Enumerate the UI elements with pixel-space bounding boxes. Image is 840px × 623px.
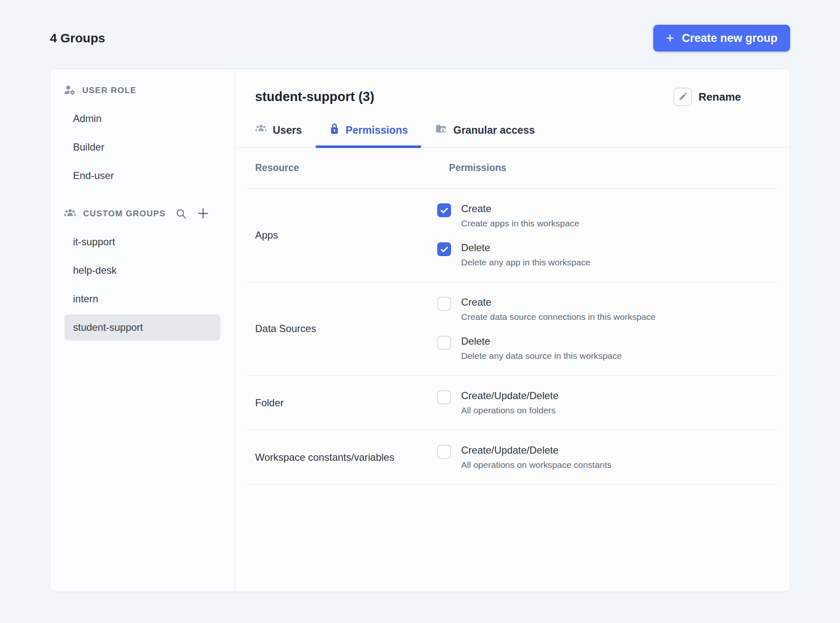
search-icon[interactable] (175, 208, 187, 219)
datasources-delete-checkbox[interactable] (437, 336, 451, 350)
custom-groups-label: CUSTOM GROUPS (83, 209, 166, 218)
table-empty-space (246, 485, 779, 592)
sidebar-item-end-user[interactable]: End-user (50, 161, 235, 190)
permissions-table: Resource Permissions Apps Create C (246, 148, 779, 592)
resource-label: Folder (246, 387, 429, 418)
create-new-group-button[interactable]: + Create new group (653, 25, 790, 52)
group-tabs: Users Permissions (235, 120, 790, 148)
group-detail-panel: student-support (3) Rename (235, 69, 790, 592)
permission-datasources-create: Create Create data source connections in… (437, 296, 655, 322)
groups-sidebar: USER ROLE Admin Builder End-user CUSTOM … (50, 69, 235, 592)
table-row-apps: Apps Create Create apps in this workspac… (246, 189, 779, 282)
column-header-resource: Resource (246, 162, 429, 174)
tab-permissions-label: Permissions (346, 124, 408, 136)
tab-permissions[interactable]: Permissions (316, 120, 422, 147)
tab-granular-access-label: Granular access (453, 124, 535, 136)
page-header: 4 Groups + Create new group (50, 24, 790, 52)
permission-label: Delete (461, 242, 590, 254)
table-row-data-sources: Data Sources Create Create data source c… (246, 282, 779, 376)
rename-button[interactable]: Rename (673, 88, 741, 106)
custom-groups-actions (175, 207, 209, 220)
group-title: student-support (3) (255, 89, 374, 104)
group-detail-header: student-support (3) Rename (235, 69, 790, 106)
permission-folder-cud: Create/Update/Delete All operations on f… (437, 390, 558, 415)
apps-create-checkbox[interactable] (437, 203, 451, 217)
permissions-table-header: Resource Permissions (246, 148, 779, 189)
create-new-group-label: Create new group (682, 32, 777, 45)
groups-page: 4 Groups + Create new group (50, 0, 790, 592)
sidebar-item-admin[interactable]: Admin (50, 104, 235, 133)
permission-workspace-constants-cud: Create/Update/Delete All operations on w… (437, 444, 611, 470)
column-header-permissions: Permissions (429, 162, 506, 174)
plus-icon: + (666, 31, 674, 45)
user-role-section-header: USER ROLE (50, 82, 235, 99)
workspace-constants-cud-checkbox[interactable] (437, 445, 451, 459)
user-gear-icon (64, 84, 76, 96)
permission-description: All operations on workspace constants (461, 460, 611, 470)
tab-users[interactable]: Users (255, 120, 316, 147)
resource-label: Data Sources (246, 294, 429, 363)
custom-groups-section-header: CUSTOM GROUPS (50, 205, 235, 222)
groups-card: USER ROLE Admin Builder End-user CUSTOM … (50, 69, 790, 592)
permission-description: Delete any app in this workspace (461, 257, 590, 267)
permission-apps-create: Create Create apps in this workspace (437, 203, 590, 228)
tab-users-label: Users (273, 124, 302, 136)
sidebar-item-it-support[interactable]: it-support (50, 228, 235, 256)
edit-pencil-icon (673, 88, 692, 106)
sidebar-item-builder[interactable]: Builder (50, 133, 235, 161)
plus-icon[interactable] (197, 207, 209, 220)
permission-apps-delete: Delete Delete any app in this workspace (437, 242, 590, 267)
resource-label: Apps (246, 200, 429, 270)
page-title: 4 Groups (50, 31, 105, 45)
permission-label: Create/Update/Delete (461, 444, 611, 456)
permission-label: Create (461, 296, 655, 308)
permission-label: Delete (461, 335, 622, 347)
users-icon (255, 123, 267, 137)
sidebar-item-student-support[interactable]: student-support (65, 314, 220, 340)
permission-description: Delete any data source in this workspace (461, 351, 622, 361)
user-role-label: USER ROLE (82, 86, 136, 95)
tab-granular-access[interactable]: Granular access (421, 120, 548, 147)
resource-label: Workspace constants/variables (246, 442, 429, 472)
permission-description: Create apps in this workspace (461, 218, 579, 228)
permission-label: Create/Update/Delete (461, 390, 558, 402)
lock-icon (329, 123, 340, 137)
table-row-workspace-constants: Workspace constants/variables Create/Upd… (246, 430, 779, 485)
rename-label: Rename (699, 91, 741, 104)
datasources-create-checkbox[interactable] (437, 297, 451, 311)
permission-description: All operations on folders (461, 405, 558, 415)
apps-delete-checkbox[interactable] (437, 242, 451, 256)
permission-description: Create data source connections in this w… (461, 312, 655, 322)
people-group-icon (64, 207, 76, 220)
table-row-folder: Folder Create/Update/Delete All operatio… (246, 376, 779, 430)
sidebar-item-help-desk[interactable]: help-desk (50, 256, 235, 285)
sidebar-item-intern[interactable]: intern (50, 285, 235, 313)
folder-cud-checkbox[interactable] (437, 390, 451, 404)
folder-user-icon (435, 123, 447, 137)
permission-label: Create (461, 203, 579, 215)
permission-datasources-delete: Delete Delete any data source in this wo… (437, 335, 655, 361)
